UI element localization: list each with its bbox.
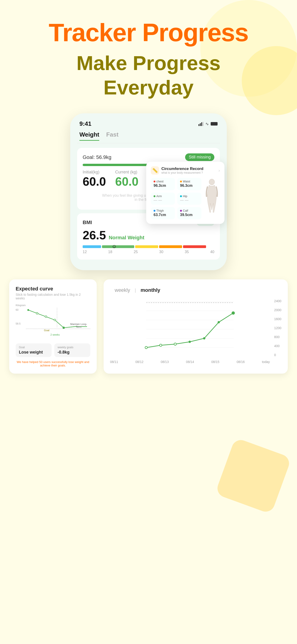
svg-point-17 [174, 343, 176, 345]
chest-label: chest [154, 180, 172, 183]
svg-point-19 [203, 337, 205, 340]
chart-x-labels: 08/11 08/12 08/13 08/14 08/15 08/16 toda… [110, 360, 270, 364]
y-val-585: 58.5 [16, 322, 20, 325]
weekly-goals-value: -0.8kg [58, 350, 87, 355]
bmi-bar-container: ☺ [83, 245, 214, 248]
x-0815: 08/15 [211, 360, 220, 364]
tab-weekly[interactable]: weekly [110, 286, 135, 294]
bottom-section: Expected curve Stick to fasting calculat… [0, 275, 297, 388]
chart-y-labels: 2400 2000 1600 1200 800 400 0 [274, 299, 281, 357]
bmi-label-25: 25 [134, 250, 138, 254]
maintain-label: Maintain Long-Term [70, 323, 87, 328]
circ-subtitle: what is your body measurement ? [162, 171, 203, 174]
y-2400: 2400 [274, 299, 281, 303]
still-missing-button[interactable]: Still missing [185, 154, 214, 161]
goal-box-label: Goal [19, 346, 48, 349]
current-weight-col: Current (kg) 60.0 [115, 170, 138, 188]
y-400: 400 [274, 344, 281, 348]
goal-line: Goal: 56.9kg Still missing [83, 154, 214, 161]
status-time: 9:41 [80, 120, 92, 127]
status-bar: 9:41 ∿ [77, 120, 220, 131]
smiley-icon: ☺ [112, 244, 117, 250]
y-1200: 1200 [274, 326, 281, 330]
svg-point-18 [188, 341, 191, 343]
bg-shape-yellow [215, 438, 292, 514]
svg-point-0 [209, 179, 214, 185]
waist-dot [180, 180, 182, 182]
thigh-label: Thigh [154, 209, 172, 212]
x-0812: 08/12 [136, 360, 144, 364]
hip-value: — — [180, 198, 199, 202]
calf-dot [180, 210, 182, 212]
signal-icon [198, 122, 204, 126]
goal-box-value: Lose weight [19, 350, 48, 355]
circ-chevron-icon[interactable]: › [218, 168, 220, 173]
circ-header-left: 📏 Circumference Record what is your body… [151, 166, 203, 174]
current-label: Current (kg) [115, 170, 137, 174]
x-today: today [262, 360, 270, 364]
bmi-label-35: 35 [185, 250, 189, 254]
weekly-chart-card: weekly | monthly 2400 2000 1600 1200 800… [104, 280, 288, 374]
curve-chart-area: Goal Maintain Long-Term 2 weeks [26, 306, 90, 336]
y-800: 800 [274, 335, 281, 339]
thigh-value: 63.7cm [154, 213, 172, 217]
waist-value: 96.3cm [180, 184, 199, 188]
weekly-tabs: weekly | monthly [110, 286, 281, 294]
waist-label: Waist [180, 180, 199, 183]
circumference-popup: 📏 Circumference Record what is your body… [146, 162, 224, 224]
calf-value: 39.5cm [180, 213, 199, 217]
battery-icon [211, 122, 218, 126]
circ-item-waist: Waist 96.3cm [177, 178, 202, 190]
bmi-label-12: 12 [83, 250, 87, 254]
tab-fast[interactable]: Fast [106, 131, 118, 141]
main-tabs: Weight Fast [77, 131, 220, 143]
bmi-seg-obese1 [159, 245, 182, 248]
circ-header: 📏 Circumference Record what is your body… [151, 166, 220, 174]
weekly-goals-box: weekly goals -0.8kg [54, 344, 90, 357]
tab-weight[interactable]: Weight [80, 131, 99, 141]
status-icons: ∿ [198, 122, 218, 126]
weekly-goals-label: weekly goals [58, 346, 87, 349]
x-0816: 08/16 [237, 360, 245, 364]
circ-title-block: Circumference Record what is your body m… [162, 166, 203, 174]
curve-footer: We have helped 50 users successfully los… [16, 360, 90, 367]
y-2000: 2000 [274, 308, 281, 312]
hip-label: Hip [180, 194, 199, 198]
circ-item-chest: chest 96.3cm [151, 178, 175, 190]
svg-point-4 [45, 316, 47, 318]
curve-title: Expected curve [16, 286, 90, 292]
chest-dot [154, 180, 156, 182]
goal-marker: Goal [44, 329, 49, 332]
goal-text: Goal: 56.9kg [83, 154, 112, 160]
circ-item-calf: Calf 39.5cm [177, 207, 202, 219]
curve-chart: Kilogram 60 58.5 Goal Maintain Long-Term… [16, 304, 90, 341]
circ-item-thigh: Thigh 63.7cm [151, 207, 175, 219]
svg-point-16 [160, 344, 162, 346]
tab-monthly[interactable]: monthly [136, 286, 165, 294]
hip-dot [180, 195, 182, 197]
bmi-label-40: 40 [210, 250, 214, 254]
x-0813: 08/13 [161, 360, 169, 364]
bmi-seg-underweight [83, 245, 101, 248]
bmi-label: BMI [83, 220, 92, 226]
chart-line-area [110, 302, 270, 357]
weekly-svg [110, 302, 270, 357]
bmi-status: Normal Weight [109, 235, 144, 241]
initial-weight-col: Initial(kg) 60.0 [83, 170, 106, 188]
calf-label: Calf [180, 209, 199, 212]
expected-curve-card: Expected curve Stick to fasting calculat… [9, 280, 97, 374]
svg-point-20 [218, 321, 220, 324]
hero-section: Tracker Progress Make ProgressEveryday [0, 0, 297, 109]
y-kilogram-label: Kilogram [16, 304, 26, 306]
bmi-labels: 12 18 25 30 35 40 [83, 250, 214, 254]
bmi-seg-obese2 [183, 245, 206, 248]
bmi-number: 26.5 [83, 228, 106, 242]
hero-title-sub: Make ProgressEveryday [14, 51, 283, 100]
circ-title: Circumference Record [162, 166, 203, 171]
wifi-icon: ∿ [205, 122, 209, 126]
circ-item-arm: Arm — — [151, 192, 175, 205]
goal-dashed-line [26, 329, 90, 329]
weekly-chart-area: 2400 2000 1600 1200 800 400 0 [110, 299, 281, 364]
svg-point-15 [145, 346, 147, 349]
goal-box: Goal Lose weight [16, 344, 52, 357]
